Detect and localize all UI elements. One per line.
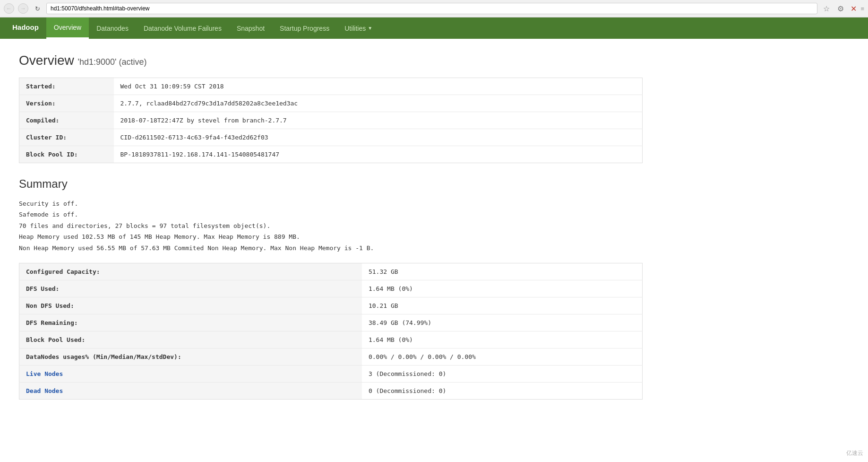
summary-line: Non Heap Memory used 56.55 MB of 57.63 M… — [19, 243, 643, 253]
row-value: CID-d2611502-6713-4c63-9fa4-f43ed2d62f03 — [114, 129, 643, 146]
extra-icon: ≡ — [860, 5, 864, 12]
bookmark-button[interactable]: ☆ — [821, 3, 832, 14]
table-row: DFS Used:1.64 MB (0%) — [19, 280, 643, 297]
table-row: Block Pool ID:BP-1818937811-192.168.174.… — [19, 146, 643, 163]
row-link[interactable]: Dead Nodes — [26, 387, 63, 394]
row-label: Started: — [19, 78, 114, 95]
summary-line: 70 files and directories, 27 blocks = 97… — [19, 220, 643, 231]
table-row: Compiled:2018-07-18T22:47Z by stevel fro… — [19, 112, 643, 129]
table-row: Dead Nodes0 (Decommissioned: 0) — [19, 382, 643, 399]
nav-item-overview[interactable]: Overview — [46, 17, 89, 39]
table-row: Non DFS Used:10.21 GB — [19, 297, 643, 314]
row-value: 51.32 GB — [362, 263, 643, 280]
row-value: 1.64 MB (0%) — [362, 280, 643, 297]
row-label: Live Nodes — [19, 365, 362, 382]
browser-chrome: ← → ↻ ☆ ⚙ ✕ ≡ — [0, 0, 868, 17]
back-button[interactable]: ← — [4, 3, 14, 14]
nav-item-snapshot[interactable]: Snapshot — [229, 17, 272, 39]
table-row: Version:2.7.7, rclaad84bd27cd79c3d1a7dd5… — [19, 95, 643, 112]
row-label: Non DFS Used: — [19, 297, 362, 314]
row-value: 1.64 MB (0%) — [362, 331, 643, 348]
browser-toolbar: ← → ↻ ☆ ⚙ ✕ ≡ — [0, 0, 868, 17]
navbar-brand[interactable]: Hadoop — [5, 17, 46, 39]
row-value: 38.49 GB (74.99%) — [362, 314, 643, 331]
table-row: Block Pool Used:1.64 MB (0%) — [19, 331, 643, 348]
table-row: Cluster ID:CID-d2611502-6713-4c63-9fa4-f… — [19, 129, 643, 146]
dropdown-arrow-icon: ▼ — [368, 26, 372, 31]
row-label: Dead Nodes — [19, 382, 362, 399]
row-label: Block Pool ID: — [19, 146, 114, 163]
row-label: DFS Used: — [19, 280, 362, 297]
page-title: Overview 'hd1:9000' (active) — [19, 53, 643, 68]
overview-table: Started:Wed Oct 31 10:09:59 CST 2018Vers… — [19, 78, 643, 163]
summary-line: Heap Memory used 102.53 MB of 145 MB Hea… — [19, 231, 643, 242]
row-label: Compiled: — [19, 112, 114, 129]
address-bar[interactable] — [46, 3, 817, 14]
summary-title: Summary — [19, 177, 643, 191]
row-value: 0 (Decommissioned: 0) — [362, 382, 643, 399]
table-row: Live Nodes3 (Decommissioned: 0) — [19, 365, 643, 382]
navbar: Hadoop Overview Datanodes Datanode Volum… — [0, 17, 868, 39]
row-label: Version: — [19, 95, 114, 112]
nav-item-datanodes[interactable]: Datanodes — [89, 17, 136, 39]
table-row: DataNodes usages% (Min/Median/Max/stdDev… — [19, 348, 643, 365]
refresh-button[interactable]: ↻ — [32, 3, 43, 14]
forward-button[interactable]: → — [18, 3, 28, 14]
nav-item-datanode-volume-failures[interactable]: Datanode Volume Failures — [136, 17, 229, 39]
row-label: Cluster ID: — [19, 129, 114, 146]
settings-button[interactable]: ⚙ — [835, 3, 846, 14]
row-value: 2.7.7, rclaad84bd27cd79c3d1a7dd58202a8c3… — [114, 95, 643, 112]
row-link[interactable]: Live Nodes — [26, 370, 63, 377]
table-row: Configured Capacity:51.32 GB — [19, 263, 643, 280]
close-icon: ✕ — [851, 4, 857, 13]
row-label: DataNodes usages% (Min/Median/Max/stdDev… — [19, 348, 362, 365]
summary-line: Safemode is off. — [19, 209, 643, 220]
main-content: Overview 'hd1:9000' (active) Started:Wed… — [0, 39, 662, 414]
table-row: DFS Remaining:38.49 GB (74.99%) — [19, 314, 643, 331]
summary-lines: Security is off.Safemode is off.70 files… — [19, 198, 643, 253]
row-label: Configured Capacity: — [19, 263, 362, 280]
nav-item-utilities[interactable]: Utilities ▼ — [337, 17, 380, 39]
page-subtitle: 'hd1:9000' (active) — [77, 57, 146, 67]
row-value: BP-1818937811-192.168.174.141-1540805481… — [114, 146, 643, 163]
row-value: 0.00% / 0.00% / 0.00% / 0.00% — [362, 348, 643, 365]
row-label: Block Pool Used: — [19, 331, 362, 348]
row-value: Wed Oct 31 10:09:59 CST 2018 — [114, 78, 643, 95]
table-row: Started:Wed Oct 31 10:09:59 CST 2018 — [19, 78, 643, 95]
row-value: 10.21 GB — [362, 297, 643, 314]
summary-line: Security is off. — [19, 198, 643, 209]
nav-item-startup-progress[interactable]: Startup Progress — [272, 17, 337, 39]
summary-table: Configured Capacity:51.32 GBDFS Used:1.6… — [19, 263, 643, 400]
row-value: 2018-07-18T22:47Z by stevel from branch-… — [114, 112, 643, 129]
row-value: 3 (Decommissioned: 0) — [362, 365, 643, 382]
row-label: DFS Remaining: — [19, 314, 362, 331]
